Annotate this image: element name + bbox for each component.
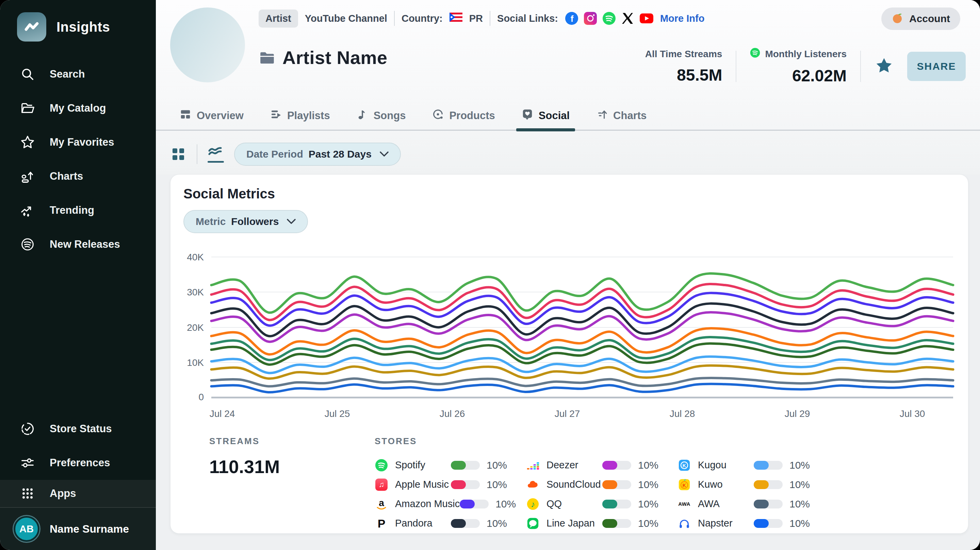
user-menu[interactable]: AB Name Surname [0,508,156,550]
store-percent: 10% [487,459,507,471]
grid-view-icon[interactable] [170,147,186,161]
tab-products[interactable]: Products [432,101,495,130]
streams-summary: STREAMS 110.31M [209,436,280,477]
tab-label: Products [449,110,495,122]
tab-songs[interactable]: Songs [356,101,406,130]
social-heart-badge-icon [522,108,533,123]
sidebar-item-my-favorites[interactable]: My Favorites [0,125,156,159]
streams-value: 110.31M [209,456,280,477]
tab-charts[interactable]: Charts [596,101,646,130]
artist-stats: All Time Streams 85.5M Monthly Listeners… [645,48,966,85]
legend-item-napster[interactable]: Napster 10% [678,513,829,533]
sidebar-item-preferences[interactable]: Preferences [0,446,156,480]
charts-icon [19,169,36,184]
store-name: Napster [698,518,754,529]
instagram-icon[interactable] [584,11,597,25]
y-axis-label: 20K [187,322,204,333]
tab-overview[interactable]: Overview [180,101,243,130]
puerto-rico-flag-icon [450,13,463,24]
artist-photo [170,8,245,82]
apple-music-icon: ♫ [375,478,388,491]
store-percent: 10% [638,498,659,510]
store-share-bar [754,500,783,509]
folder-icon [259,49,275,66]
sidebar-item-label: Charts [50,170,83,182]
sidebar-item-label: Apps [50,487,76,500]
legend-item-awa[interactable]: AWA AWA 10% [678,494,829,513]
svg-text:K: K [682,462,686,468]
account-label: Account [909,13,950,24]
date-period-dropdown[interactable]: Date Period Past 28 Days [234,143,401,166]
legend-item-soundcloud[interactable]: SoundCloud 10% [526,475,678,494]
store-name: Deezer [546,459,602,471]
youtube-channel-link[interactable]: YouTube Channel [305,13,387,24]
store-status-icon [19,421,36,437]
store-name: Amazon Music [395,498,460,510]
tab-playlists[interactable]: Playlists [270,101,330,130]
sidebar-item-apps[interactable]: Apps [0,480,156,508]
store-percent: 10% [495,498,516,510]
store-name: AWA [698,498,754,510]
streams-label: STREAMS [209,436,280,446]
legend-item-spotify[interactable]: Spotify 10% [375,455,526,475]
sidebar-item-new-releases[interactable]: New Releases [0,227,156,261]
legend-item-kuwo[interactable]: K Kuwo 10% [678,475,829,494]
divider [860,51,861,82]
share-button[interactable]: SHARE [907,52,966,81]
series-line-napster [211,384,953,392]
more-info-link[interactable]: More Info [660,13,705,24]
insights-logo-icon [17,12,46,41]
x-twitter-icon[interactable] [621,11,635,25]
chart-view-icon[interactable] [208,146,224,163]
metric-dropdown[interactable]: Metric Followers [183,210,308,233]
new-releases-icon [19,236,36,252]
user-name: Name Surname [50,523,129,536]
followers-line-chart: 40K 30K 20K 10K 0 Jul 24 Jul 25 Jul 26 J… [170,241,969,432]
store-percent: 10% [638,518,659,529]
store-share-bar [451,461,480,470]
legend-item-apple-music[interactable]: ♫ Apple Music 10% [375,475,526,494]
pandora-icon: P [375,517,388,530]
svg-text:a: a [379,497,384,508]
youtube-icon[interactable] [640,11,653,25]
card-title: Social Metrics [183,186,275,201]
date-period-value: Past 28 Days [309,148,372,160]
store-percent: 10% [789,518,810,529]
favorite-star-button[interactable] [875,56,894,77]
deezer-icon [526,458,540,472]
sidebar-item-store-status[interactable]: Store Status [0,412,156,446]
sidebar-item-charts[interactable]: Charts [0,159,156,193]
legend-item-pandora[interactable]: P Pandora 10% [375,513,526,533]
y-axis-label: 30K [187,287,204,298]
chart-canvas: 40K 30K 20K 10K 0 Jul 24 Jul 25 Jul 26 J… [170,241,969,432]
folder-icon [19,100,36,116]
sidebar-item-trending[interactable]: Trending [0,193,156,227]
store-percent: 10% [638,479,659,491]
store-name: Kugou [698,459,754,471]
amazon-music-icon: a [375,497,388,511]
facebook-icon[interactable]: f [565,11,579,25]
app-title: Insights [56,19,110,35]
tab-social[interactable]: Social [522,101,570,130]
stat-value: 62.02M [792,66,846,85]
products-icon [432,108,444,123]
apps-grid-icon [19,486,36,501]
x-axis-label: Jul 27 [555,408,580,419]
sidebar-item-label: Store Status [50,423,112,435]
legend-item-qq[interactable]: ♪ QQ 10% [526,494,678,513]
account-button[interactable]: Account [881,8,960,30]
date-period-label: Date Period [247,148,303,160]
star-icon [19,134,36,150]
store-percent: 10% [789,498,810,510]
sidebar-item-search[interactable]: Search [0,57,156,91]
sidebar-item-my-catalog[interactable]: My Catalog [0,91,156,125]
legend-item-line-japan[interactable]: Line Japan 10% [526,513,678,533]
legend-item-amazon-music[interactable]: a Amazon Music 10% [375,494,526,513]
spotify-icon[interactable] [602,11,616,25]
legend-item-deezer[interactable]: Deezer 10% [526,455,678,475]
charts-arrow-icon [596,108,608,123]
sidebar-item-label: My Favorites [50,136,115,148]
kugou-icon: K [678,458,691,472]
music-note-icon [356,108,368,123]
legend-item-kugou[interactable]: K Kugou 10% [678,455,829,475]
